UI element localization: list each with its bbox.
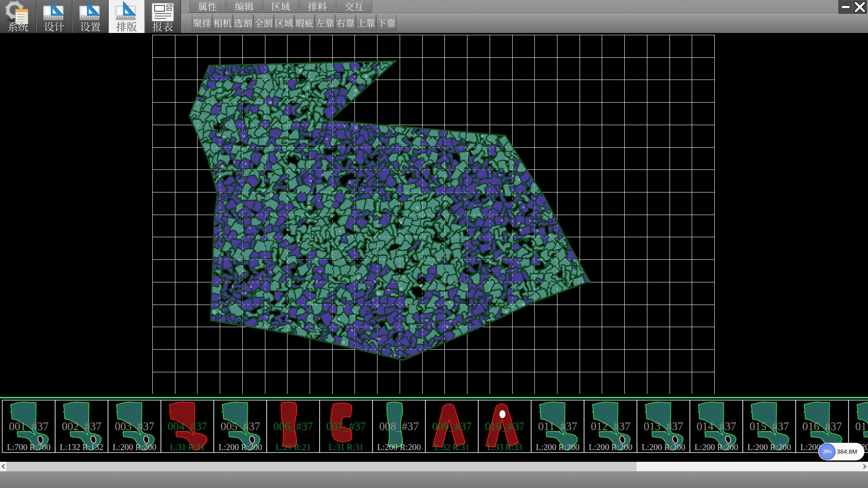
svg-text:008_#37: 008_#37 <box>379 420 419 432</box>
svg-text:007_#37: 007_#37 <box>326 420 366 432</box>
svg-text:L:200 R:200: L:200 R:200 <box>536 442 580 452</box>
svg-text:L:200 R:200: L:200 R:200 <box>377 442 421 452</box>
svg-text:004_#37: 004_#37 <box>168 420 208 432</box>
svg-text:L:700 R:700: L:700 R:700 <box>7 442 51 452</box>
svg-text:012_#37: 012_#37 <box>591 420 631 432</box>
svg-text:38%: 38% <box>823 449 832 454</box>
svg-text:L:200 R:200: L:200 R:200 <box>694 442 738 452</box>
svg-text:L:33 R:33: L:33 R:33 <box>487 442 523 452</box>
svg-text:384.8M: 384.8M <box>837 448 857 455</box>
svg-text:L:132 R:132: L:132 R:132 <box>60 442 104 452</box>
svg-text:009_#37: 009_#37 <box>432 420 472 432</box>
svg-text:015_#37: 015_#37 <box>750 420 789 432</box>
svg-text:011_#37: 011_#37 <box>538 420 577 432</box>
svg-text:L:200 R:200: L:200 R:200 <box>589 442 632 452</box>
svg-text:L:31 R:31: L:31 R:31 <box>329 442 364 452</box>
svg-text:014_#37: 014_#37 <box>697 420 736 432</box>
svg-text:L:200 R:200: L:200 R:200 <box>218 442 262 452</box>
svg-text:005_#37: 005_#37 <box>221 420 260 432</box>
svg-text:L:31 R:31: L:31 R:31 <box>170 442 205 452</box>
svg-text:L:21 R:21: L:21 R:21 <box>276 442 311 452</box>
svg-text:001_#37: 001_#37 <box>9 420 49 432</box>
svg-text:003_#37: 003_#37 <box>115 420 155 432</box>
svg-text:013_#37: 013_#37 <box>644 420 684 432</box>
svg-text:010_#37: 010_#37 <box>485 420 525 432</box>
svg-text:L:200 R:200: L:200 R:200 <box>642 442 685 452</box>
svg-text:017_#37: 017_#37 <box>855 420 868 432</box>
svg-text:L:200 R:200: L:200 R:200 <box>113 442 156 452</box>
svg-text:L:32 R:31: L:32 R:31 <box>434 442 470 452</box>
svg-text:002_#37: 002_#37 <box>62 420 102 432</box>
svg-text:006_#37: 006_#37 <box>274 420 313 432</box>
svg-text:L:200 R:200: L:200 R:200 <box>747 442 791 452</box>
svg-text:016_#37: 016_#37 <box>802 420 842 432</box>
